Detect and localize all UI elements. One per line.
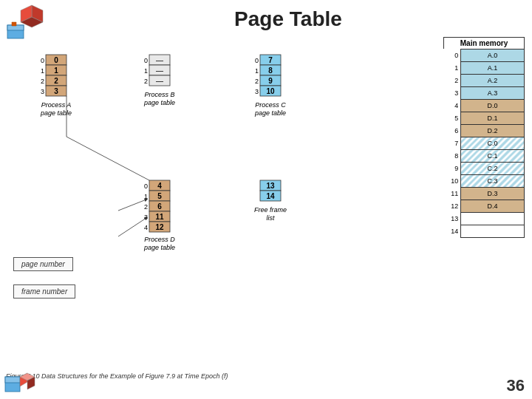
svg-text:2: 2	[255, 78, 259, 85]
memory-row: 8C.1	[443, 150, 525, 163]
svg-text:1: 1	[144, 193, 148, 200]
memory-table: 0A.01A.12A.23A.34D.05D.16D.27C.08C.19C.2…	[443, 49, 525, 238]
svg-rect-50	[149, 180, 170, 191]
page-title: Page Table	[0, 0, 532, 35]
svg-text:0: 0	[144, 183, 148, 190]
svg-text:Process D: Process D	[144, 236, 175, 243]
svg-text:2: 2	[144, 78, 148, 85]
memory-cell: D.0	[461, 100, 525, 112]
svg-text:1: 1	[54, 66, 58, 75]
svg-text:6: 6	[157, 202, 162, 211]
svg-text:—: —	[156, 77, 163, 85]
memory-index: 3	[443, 87, 461, 100]
svg-text:Process C: Process C	[255, 101, 286, 109]
bottom-icons	[4, 366, 44, 395]
svg-text:3: 3	[54, 87, 58, 95]
svg-text:13: 13	[266, 182, 275, 190]
memory-index: 7	[443, 137, 461, 150]
svg-rect-14	[46, 75, 66, 86]
memory-cell	[461, 213, 525, 225]
svg-marker-5	[12, 22, 16, 26]
memory-index: 10	[443, 175, 461, 188]
memory-row: 1A.1	[443, 62, 525, 75]
svg-rect-27	[149, 75, 170, 86]
memory-index: 5	[443, 112, 461, 125]
svg-text:4: 4	[144, 224, 148, 231]
svg-rect-73	[5, 377, 20, 383]
svg-text:12: 12	[155, 223, 164, 231]
svg-rect-41	[260, 86, 281, 96]
memory-cell: C.3	[461, 175, 525, 188]
svg-rect-10	[46, 55, 66, 65]
memory-index: 14	[443, 225, 461, 238]
memory-cell: C.0	[461, 137, 525, 150]
svg-text:8: 8	[268, 66, 273, 75]
svg-text:10: 10	[266, 87, 275, 95]
svg-rect-52	[149, 191, 170, 201]
memory-cell: D.1	[461, 112, 525, 125]
svg-line-70	[118, 200, 146, 211]
memory-row: 9C.2	[443, 163, 525, 175]
svg-text:2: 2	[144, 203, 148, 211]
svg-text:0: 0	[144, 57, 148, 64]
memory-cell: C.1	[461, 150, 525, 163]
svg-text:page table: page table	[143, 99, 175, 106]
memory-cell: D.2	[461, 125, 525, 137]
memory-cell: D.4	[461, 200, 525, 213]
memory-index: 4	[443, 100, 461, 112]
svg-rect-12	[46, 65, 66, 75]
memory-index: 8	[443, 150, 461, 163]
svg-text:0: 0	[255, 57, 259, 64]
svg-rect-56	[149, 211, 170, 222]
memory-row: 5D.1	[443, 112, 525, 125]
svg-text:3: 3	[41, 88, 44, 95]
svg-text:list: list	[267, 214, 275, 222]
main-memory-panel: Main memory 0A.01A.12A.23A.34D.05D.16D.2…	[443, 37, 525, 238]
memory-cell: C.2	[461, 163, 525, 175]
svg-text:Process A: Process A	[41, 101, 72, 109]
svg-text:14: 14	[266, 192, 275, 200]
memory-row: 0A.0	[443, 50, 525, 62]
memory-cell: D.3	[461, 188, 525, 200]
memory-row: 14	[443, 225, 525, 238]
page-number: 36	[507, 376, 525, 395]
svg-text:—: —	[156, 66, 163, 75]
svg-text:Process B: Process B	[144, 91, 174, 98]
svg-text:3: 3	[144, 214, 148, 221]
svg-text:3: 3	[255, 88, 259, 95]
memory-row: 6D.2	[443, 125, 525, 137]
memory-index: 0	[443, 50, 461, 62]
memory-cell: A.3	[461, 87, 525, 100]
svg-text:1: 1	[255, 67, 259, 75]
memory-index: 2	[443, 75, 461, 87]
svg-text:page table: page table	[254, 109, 286, 117]
svg-rect-23	[149, 55, 170, 65]
svg-text:11: 11	[155, 213, 164, 221]
svg-rect-64	[260, 191, 281, 201]
memory-cell	[461, 225, 525, 238]
memory-index: 12	[443, 200, 461, 213]
memory-index: 1	[443, 62, 461, 75]
svg-rect-62	[260, 180, 281, 191]
svg-rect-39	[260, 75, 281, 86]
svg-rect-25	[149, 65, 170, 75]
memory-row: 11D.3	[443, 188, 525, 200]
svg-text:2: 2	[54, 77, 58, 85]
svg-rect-37	[260, 65, 281, 75]
memory-index: 9	[443, 163, 461, 175]
memory-cell: A.0	[461, 50, 525, 62]
memory-cell: A.2	[461, 75, 525, 87]
svg-text:5: 5	[157, 192, 162, 200]
svg-rect-54	[149, 201, 170, 211]
page-number-legend: page number	[13, 257, 73, 271]
memory-row: 3A.3	[443, 87, 525, 100]
memory-row: 2A.2	[443, 75, 525, 87]
svg-rect-58	[149, 222, 170, 232]
svg-text:1: 1	[144, 67, 148, 75]
svg-text:page table: page table	[143, 244, 175, 251]
svg-text:—: —	[156, 56, 163, 64]
memory-title: Main memory	[443, 37, 525, 49]
svg-line-71	[118, 218, 146, 236]
svg-rect-16	[46, 86, 66, 96]
memory-row: 4D.0	[443, 100, 525, 112]
